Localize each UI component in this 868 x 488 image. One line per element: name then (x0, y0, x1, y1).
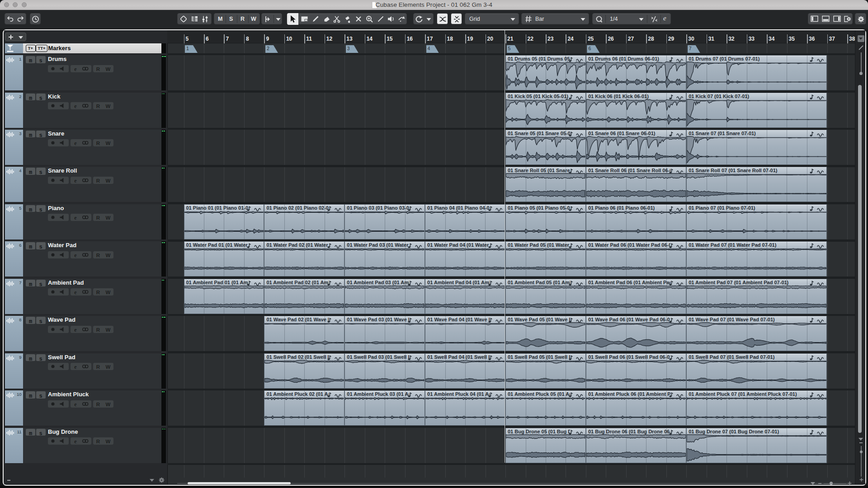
svg-text:R: R (96, 66, 100, 71)
svg-text:W: W (105, 439, 110, 444)
svg-text:R: R (96, 252, 100, 258)
svg-text:e: e (74, 326, 77, 333)
svg-text:R: R (96, 141, 100, 146)
svg-text:W: W (105, 141, 110, 146)
svg-text:e: e (74, 140, 77, 146)
svg-text:R: R (96, 290, 100, 295)
svg-text:e: e (74, 215, 77, 221)
svg-text:R: R (96, 103, 100, 109)
svg-text:e: e (74, 364, 77, 370)
svg-text:R: R (96, 215, 100, 221)
svg-text:R: R (96, 439, 100, 444)
svg-text:W: W (105, 178, 110, 183)
svg-text:W: W (105, 252, 110, 258)
svg-text:R: R (96, 178, 100, 183)
svg-text:W: W (105, 290, 110, 295)
svg-text:e: e (74, 177, 77, 183)
svg-text:e: e (74, 252, 77, 258)
svg-text:e: e (74, 438, 77, 445)
svg-text:W: W (105, 215, 110, 221)
svg-text:W: W (105, 327, 110, 332)
svg-text:e: e (74, 66, 77, 72)
svg-text:e: e (74, 103, 77, 109)
svg-text:R: R (96, 327, 100, 332)
svg-text:R: R (96, 401, 100, 407)
svg-text:W: W (105, 66, 110, 71)
svg-text:R: R (96, 364, 100, 370)
svg-text:e: e (74, 401, 77, 407)
svg-text:W: W (105, 103, 110, 109)
svg-text:W: W (105, 401, 110, 407)
svg-text:W: W (105, 364, 110, 370)
svg-text:e: e (74, 289, 77, 296)
